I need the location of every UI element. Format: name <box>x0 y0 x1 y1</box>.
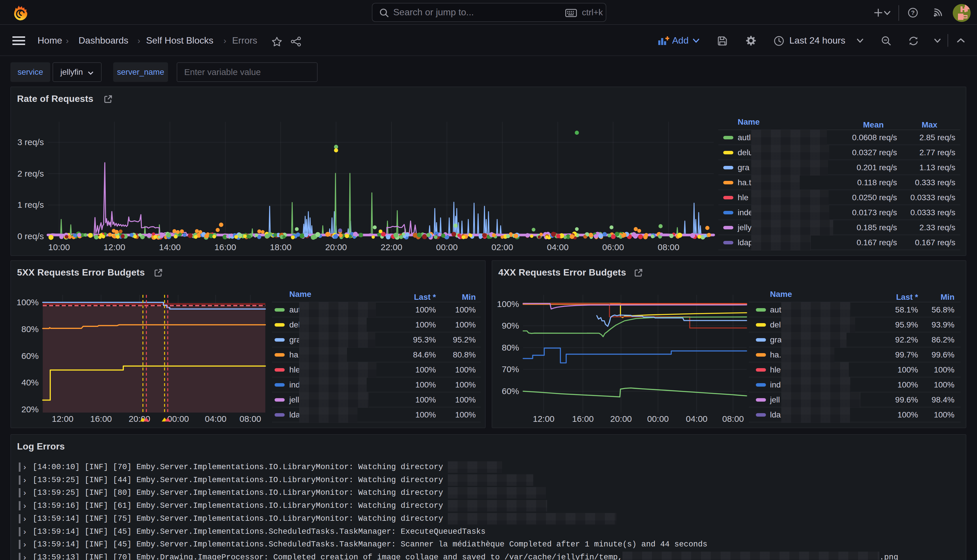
svg-text:00:00: 00:00 <box>647 414 669 423</box>
svg-text:06:00: 06:00 <box>602 242 624 252</box>
svg-text:80%: 80% <box>502 343 519 352</box>
svg-text:10:00: 10:00 <box>48 242 70 252</box>
svg-text:22:00: 22:00 <box>381 242 402 252</box>
svg-text:08:00: 08:00 <box>658 242 679 252</box>
svg-text:20:00: 20:00 <box>325 242 347 252</box>
svg-text:40%: 40% <box>22 378 39 387</box>
svg-text:12:00: 12:00 <box>533 414 554 423</box>
svg-text:70%: 70% <box>502 364 519 374</box>
svg-text:16:00: 16:00 <box>214 242 236 252</box>
svg-text:90%: 90% <box>502 321 519 330</box>
svg-text:04:00: 04:00 <box>686 414 707 423</box>
svg-text:04:00: 04:00 <box>547 242 568 252</box>
svg-text:18:00: 18:00 <box>270 242 292 252</box>
svg-text:0 req/s: 0 req/s <box>17 232 44 241</box>
svg-text:08:00: 08:00 <box>722 414 744 423</box>
svg-text:60%: 60% <box>22 351 39 361</box>
svg-text:16:00: 16:00 <box>90 414 112 423</box>
svg-text:80%: 80% <box>22 324 39 334</box>
svg-text:14:00: 14:00 <box>159 242 181 252</box>
svg-text:20:00: 20:00 <box>610 414 632 423</box>
svg-text:3 req/s: 3 req/s <box>17 137 44 147</box>
svg-text:04:00: 04:00 <box>205 414 226 423</box>
svg-text:2 req/s: 2 req/s <box>17 169 44 178</box>
svg-text:?: ? <box>911 9 915 16</box>
svg-text:00:00: 00:00 <box>436 242 458 252</box>
svg-text:08:00: 08:00 <box>239 414 261 423</box>
svg-text:02:00: 02:00 <box>491 242 513 252</box>
svg-text:1 req/s: 1 req/s <box>17 200 44 210</box>
svg-text:16:00: 16:00 <box>572 414 594 423</box>
svg-text:12:00: 12:00 <box>52 414 73 423</box>
svg-text:60%: 60% <box>502 386 519 396</box>
svg-text:20%: 20% <box>22 405 39 414</box>
svg-text:12:00: 12:00 <box>104 242 125 252</box>
svg-text:100%: 100% <box>17 297 39 307</box>
svg-text:00:00: 00:00 <box>167 414 189 423</box>
svg-text:100%: 100% <box>497 299 519 309</box>
